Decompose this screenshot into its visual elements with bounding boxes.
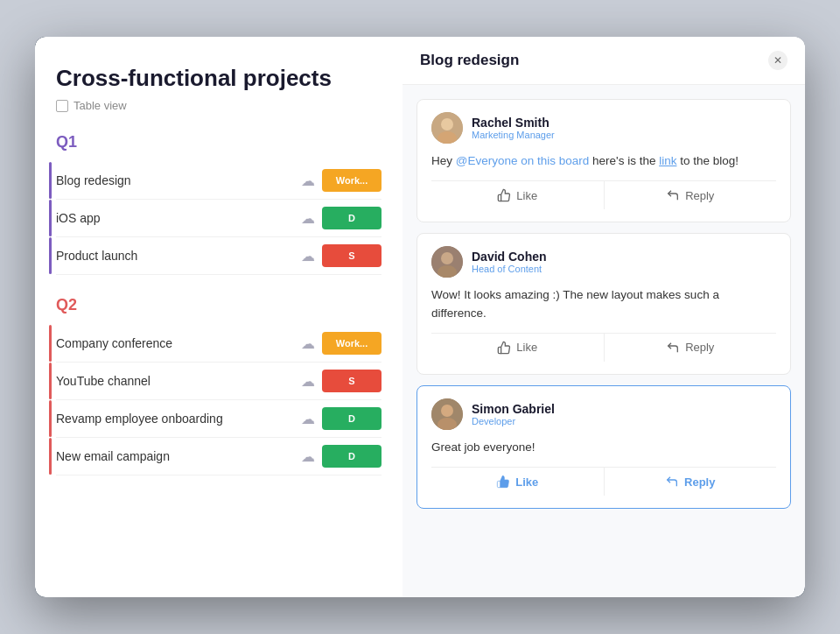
modal-panel: Blog redesign ✕ Rachel Smith Ma xyxy=(402,37,805,597)
comment-card: David Cohen Head of Content Wow! It look… xyxy=(416,233,791,375)
status-badge: S xyxy=(322,244,382,267)
status-badge: Work... xyxy=(322,169,382,192)
commenter-info: Simon Gabriel Developer xyxy=(431,398,776,430)
commenter-role: Head of Content xyxy=(472,264,547,274)
project-name: iOS app xyxy=(56,211,301,225)
status-badge: S xyxy=(322,370,382,392)
table-row[interactable]: Company conference ☁ Work... xyxy=(56,325,382,363)
table-row[interactable]: YouTube channel ☁ S xyxy=(56,363,382,400)
modal-title: Blog redesign xyxy=(420,52,519,69)
cloud-icon: ☁ xyxy=(301,173,315,189)
comment-actions: Like Reply xyxy=(431,180,776,209)
project-name: Product launch xyxy=(56,249,301,263)
commenter-role: Developer xyxy=(472,416,555,426)
cloud-icon: ☁ xyxy=(301,210,315,227)
reply-label: Reply xyxy=(684,476,715,489)
table-row[interactable]: iOS app ☁ D xyxy=(56,200,382,237)
project-name: New email campaign xyxy=(56,449,301,463)
commenter-name: Rachel Smith xyxy=(472,116,555,130)
q1-section-label: Q1 xyxy=(56,133,382,151)
comment-actions: Like Reply xyxy=(431,467,776,496)
cloud-icon: ☁ xyxy=(301,248,315,264)
like-label: Like xyxy=(516,189,537,202)
comment-text: Hey @Everyone on this board here's is th… xyxy=(431,152,776,170)
modal-body: Rachel Smith Marketing Manager Hey @Ever… xyxy=(402,85,805,597)
cloud-icon: ☁ xyxy=(301,448,315,465)
reply-button[interactable]: Reply xyxy=(604,468,777,496)
app-window: Cross-functional projects Table view Q1 … xyxy=(35,37,805,597)
table-row[interactable]: New email campaign ☁ D xyxy=(56,438,382,476)
commenter-name: Simon Gabriel xyxy=(472,402,555,416)
project-name: Company conference xyxy=(56,336,301,350)
status-badge: D xyxy=(322,207,382,229)
mention: @Everyone on this board xyxy=(456,154,590,167)
comment-text: Great job everyone! xyxy=(431,439,776,456)
commenter-info: David Cohen Head of Content xyxy=(431,246,776,278)
comment-actions: Like Reply xyxy=(431,333,776,362)
q2-section-label: Q2 xyxy=(56,296,382,314)
comment-text: Wow! It looks amazing :) The new layout … xyxy=(431,286,776,322)
table-row[interactable]: Blog redesign ☁ Work... xyxy=(56,162,382,200)
like-button[interactable]: Like xyxy=(431,181,604,209)
link[interactable]: link xyxy=(659,154,676,167)
table-row[interactable]: Product launch ☁ S xyxy=(56,237,382,275)
reply-label: Reply xyxy=(685,189,714,202)
avatar xyxy=(431,398,463,430)
avatar xyxy=(431,112,463,144)
svg-point-1 xyxy=(441,118,453,130)
reply-label: Reply xyxy=(685,341,714,354)
table-icon xyxy=(56,100,68,112)
like-button[interactable]: Like xyxy=(431,334,604,362)
like-label: Like xyxy=(515,476,538,489)
status-badge: Work... xyxy=(322,332,382,355)
svg-point-7 xyxy=(441,405,453,417)
avatar xyxy=(431,246,463,278)
left-panel: Cross-functional projects Table view Q1 … xyxy=(35,37,402,597)
cloud-icon: ☁ xyxy=(301,411,315,427)
status-badge: D xyxy=(322,407,382,430)
table-view-button[interactable]: Table view xyxy=(56,99,382,112)
page-title: Cross-functional projects xyxy=(56,65,382,92)
comment-card: Rachel Smith Marketing Manager Hey @Ever… xyxy=(416,99,791,222)
cloud-icon: ☁ xyxy=(301,335,315,352)
status-badge: D xyxy=(322,445,382,468)
table-view-label: Table view xyxy=(74,99,127,112)
like-label: Like xyxy=(516,341,537,354)
modal-header: Blog redesign ✕ xyxy=(402,37,805,85)
cloud-icon: ☁ xyxy=(301,373,315,390)
comment-card: Simon Gabriel Developer Great job everyo… xyxy=(416,385,791,509)
commenter-name: David Cohen xyxy=(472,250,547,264)
close-button[interactable]: ✕ xyxy=(768,51,788,70)
commenter-info: Rachel Smith Marketing Manager xyxy=(431,112,776,144)
table-row[interactable]: Revamp employee onboarding ☁ D xyxy=(56,400,382,438)
project-name: Revamp employee onboarding xyxy=(56,412,301,426)
project-name: YouTube channel xyxy=(56,374,301,388)
reply-button[interactable]: Reply xyxy=(604,334,777,362)
project-name: Blog redesign xyxy=(56,173,301,187)
like-button[interactable]: Like xyxy=(431,468,604,496)
reply-button[interactable]: Reply xyxy=(604,181,777,209)
commenter-role: Marketing Manager xyxy=(472,130,555,140)
svg-point-4 xyxy=(441,252,453,264)
